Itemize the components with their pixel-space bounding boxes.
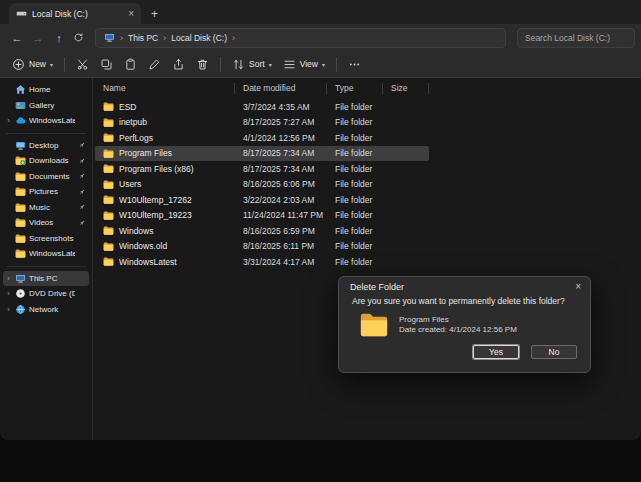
copy-button[interactable] xyxy=(100,58,113,71)
pin-icon xyxy=(78,172,86,180)
tab-local-disk[interactable]: Local Disk (C:) × xyxy=(9,3,141,24)
chevron-down-icon: ▾ xyxy=(50,61,53,68)
file-row[interactable]: W10Ultemp_19223 11/24/2024 11:47 PM File… xyxy=(95,208,429,224)
sidebar-item-label: Network xyxy=(29,305,75,314)
sidebar-item-label: Pictures xyxy=(29,187,75,196)
main-area: › Home › Gallery › WindowsLatest - Pe xyxy=(0,78,641,440)
sidebar-item[interactable]: › Gallery xyxy=(3,98,89,114)
sidebar-divider xyxy=(6,266,86,267)
file-date-modified: 8/17/2025 7:27 AM xyxy=(235,117,327,127)
address-bar[interactable]: › This PC › Local Disk (C:) › xyxy=(95,28,506,48)
sidebar-item-label: WindowsLatest - Pe xyxy=(29,116,75,125)
new-button[interactable]: New ▾ xyxy=(12,58,53,71)
sidebar-item[interactable]: › Network xyxy=(3,302,89,318)
forward-button[interactable]: → xyxy=(31,31,45,45)
sidebar-item[interactable]: › WindowsLatest xyxy=(3,246,89,262)
chevron-right-icon[interactable]: › xyxy=(5,305,12,314)
breadcrumb-chevron-icon: › xyxy=(120,33,123,43)
rename-button[interactable] xyxy=(148,58,161,71)
file-type: File folder xyxy=(327,102,383,112)
paste-button[interactable] xyxy=(124,58,137,71)
file-row[interactable]: Windows 8/16/2025 6:59 PM File folder xyxy=(95,223,429,239)
file-row[interactable]: Program Files (x86) 8/17/2025 7:34 AM Fi… xyxy=(95,161,429,177)
sidebar-item-label: Gallery xyxy=(29,101,75,110)
sidebar-item[interactable]: › This PC xyxy=(3,271,89,287)
file-name: Users xyxy=(119,179,141,189)
file-type: File folder xyxy=(327,210,383,220)
up-button[interactable]: ↑ xyxy=(52,31,66,45)
toolbar-divider xyxy=(220,57,221,72)
sidebar-item[interactable]: › Desktop xyxy=(3,138,89,154)
chevron-right-icon[interactable]: › xyxy=(5,274,12,283)
sidebar-item[interactable]: › Videos xyxy=(3,215,89,231)
no-button[interactable]: No xyxy=(531,345,577,359)
cut-button[interactable] xyxy=(76,58,89,71)
tab-title: Local Disk (C:) xyxy=(32,9,123,19)
sidebar-item[interactable]: › Screenshots xyxy=(3,231,89,247)
sidebar-item[interactable]: › Music xyxy=(3,200,89,216)
folder-icon xyxy=(15,233,26,244)
file-rows: ESD 3/7/2024 4:35 AM File folder inetpub… xyxy=(95,99,641,270)
breadcrumb-local-disk[interactable]: Local Disk (C:) xyxy=(171,33,227,43)
column-header-size[interactable]: Size xyxy=(383,83,429,94)
file-row[interactable]: PerfLogs 4/1/2024 12:56 PM File folder xyxy=(95,130,429,146)
sidebar-item[interactable]: › DVD Drive (D:) CCC xyxy=(3,286,89,302)
back-button[interactable]: ← xyxy=(10,31,24,45)
delete-button[interactable] xyxy=(196,58,209,71)
folder-icon xyxy=(103,101,114,112)
file-name: Windows xyxy=(119,226,153,236)
new-tab-button[interactable]: + xyxy=(151,8,158,20)
sidebar-item-label: Videos xyxy=(29,218,75,227)
column-header-name[interactable]: Name xyxy=(95,83,235,94)
videos-icon xyxy=(15,217,26,228)
folder-icon xyxy=(103,210,114,221)
sidebar-item-label: Downloads xyxy=(29,156,75,165)
plus-circle-icon xyxy=(12,58,25,71)
search-input[interactable] xyxy=(517,28,635,48)
sidebar-item[interactable]: › Documents xyxy=(3,169,89,185)
file-date-modified: 4/1/2024 12:56 PM xyxy=(235,133,327,143)
file-row[interactable]: Users 8/16/2025 6:06 PM File folder xyxy=(95,177,429,193)
sidebar-item[interactable]: › WindowsLatest - Pe xyxy=(3,113,89,129)
sort-button[interactable]: Sort ▾ xyxy=(232,58,272,71)
more-options-button[interactable] xyxy=(348,58,361,71)
file-date-modified: 8/16/2025 6:11 PM xyxy=(235,241,327,251)
refresh-icon[interactable] xyxy=(73,32,84,43)
file-row[interactable]: inetpub 8/17/2025 7:27 AM File folder xyxy=(95,115,429,131)
share-button[interactable] xyxy=(172,58,185,71)
pin-icon xyxy=(78,157,86,165)
view-icon xyxy=(283,58,296,71)
dialog-close-icon[interactable]: × xyxy=(575,282,581,292)
yes-button[interactable]: Yes xyxy=(473,345,519,359)
file-list-pane: Name Date modified Type Size ESD 3/7/202… xyxy=(93,78,641,440)
sidebar-item-label: Screenshots xyxy=(29,234,75,243)
folder-icon xyxy=(103,148,114,159)
gallery-icon xyxy=(15,100,26,111)
view-button[interactable]: View ▾ xyxy=(283,58,325,71)
sidebar-item[interactable]: › Pictures xyxy=(3,184,89,200)
tab-close-icon[interactable]: × xyxy=(128,9,134,19)
column-header-date-modified[interactable]: Date modified xyxy=(235,83,327,94)
home-icon xyxy=(15,84,26,95)
file-row[interactable]: ESD 3/7/2024 4:35 AM File folder xyxy=(95,99,429,115)
file-row[interactable]: WindowsLatest 3/31/2024 4:17 AM File fol… xyxy=(95,254,429,270)
dialog-title: Delete Folder xyxy=(350,282,404,292)
file-name: W10Ultemp_17262 xyxy=(119,195,192,205)
chevron-down-icon: ▾ xyxy=(269,61,272,68)
sidebar-item[interactable]: › Home xyxy=(3,82,89,98)
sidebar-item[interactable]: › Downloads xyxy=(3,153,89,169)
file-row[interactable]: W10Ultemp_17262 3/22/2024 2:03 AM File f… xyxy=(95,192,429,208)
sidebar-item-label: This PC xyxy=(29,274,75,283)
chevron-right-icon[interactable]: › xyxy=(5,116,12,125)
file-row[interactable]: Program Files 8/17/2025 7:34 AM File fol… xyxy=(95,146,429,162)
file-name: Windows.old xyxy=(119,241,167,251)
chevron-right-icon[interactable]: › xyxy=(5,289,12,298)
file-type: File folder xyxy=(327,257,383,267)
file-row[interactable]: Windows.old 8/16/2025 6:11 PM File folde… xyxy=(95,239,429,255)
network-icon xyxy=(15,304,26,315)
column-header-type[interactable]: Type xyxy=(327,83,383,94)
this-pc-icon xyxy=(104,32,115,43)
breadcrumb-this-pc[interactable]: This PC xyxy=(128,33,158,43)
sidebar: › Home › Gallery › WindowsLatest - Pe xyxy=(0,78,93,440)
sidebar-item-label: Desktop xyxy=(29,141,75,150)
